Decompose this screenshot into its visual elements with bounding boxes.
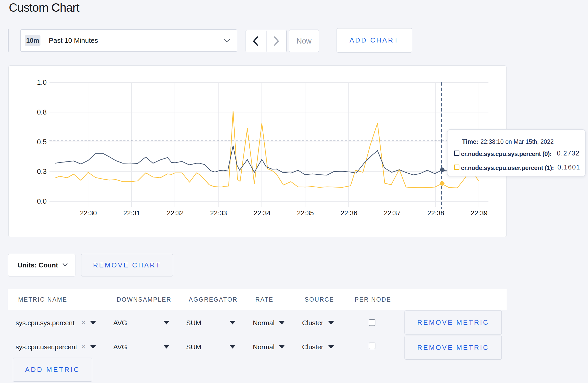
svg-text:22:37: 22:37 xyxy=(384,209,401,217)
svg-text:22:36: 22:36 xyxy=(340,209,357,217)
svg-text:22:34: 22:34 xyxy=(254,209,270,217)
svg-text:22:39: 22:39 xyxy=(471,209,487,217)
svg-text:0.8: 0.8 xyxy=(37,108,47,116)
svg-text:22:31: 22:31 xyxy=(123,209,140,217)
svg-text:22:38: 22:38 xyxy=(427,209,444,217)
svg-text:22:33: 22:33 xyxy=(210,209,227,217)
svg-text:1.0: 1.0 xyxy=(37,79,47,86)
svg-text:22:32: 22:32 xyxy=(167,209,184,217)
svg-text:0.5: 0.5 xyxy=(37,138,47,146)
svg-text:22:35: 22:35 xyxy=(297,209,314,217)
svg-text:0.0: 0.0 xyxy=(37,197,47,205)
svg-text:0.3: 0.3 xyxy=(37,168,47,175)
svg-text:22:30: 22:30 xyxy=(80,209,97,217)
